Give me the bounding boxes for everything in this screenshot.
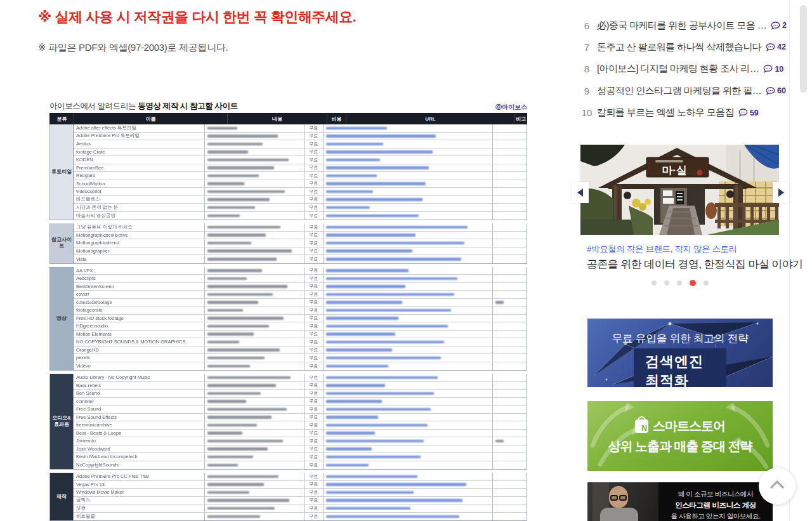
table-row: Redgiant무료 [74,172,527,180]
table-header-cell: 분류 [50,114,74,124]
comment-count: 2 [782,21,787,30]
comment-count: 59 [750,109,759,117]
table-header-cell: 이름 [74,114,227,124]
table-row: footagecrate무료 [74,307,527,315]
table-row: Bass rebels무료 [74,382,527,390]
table-row: Windows Movie Maker무료 [74,489,527,497]
carousel-dot-active[interactable] [690,280,696,286]
rank-number: 9 [580,86,594,96]
post-title: 必)중국 마케터를 위한 공부사이트 모음 … [597,20,766,32]
comment-icon [771,22,780,30]
file-format-note: ※ 파일은 PDF와 엑셀(97-2003)로 제공됩니다. [38,42,228,54]
table-row: Kevin MacLeod Incompetech무료 [74,453,527,461]
table-row: 샷컷무료 [74,505,527,513]
naver-shopping-bag-icon: N [635,419,648,433]
restaurant-photo-illustration: 마·실 [580,145,779,235]
table-row: Adobe after effects 튜토리얼무료 [74,124,527,133]
carousel-dot[interactable] [664,280,669,286]
popular-post-item[interactable]: 10칼퇴를 부르는 엑셀 노하우 모음집59 [580,105,759,121]
table-row: NO COPYRIGHT SOUNDS & MOTION GRAPHICS무료 [74,338,527,346]
triangle-left-icon [577,188,583,197]
table-category-cell: 참고사이트 [50,223,74,263]
rank-number: 8 [580,63,594,74]
carousel-dot[interactable] [704,280,709,286]
popular-post-item[interactable]: 6必)중국 마케터를 위한 공부사이트 모음 …2 [580,18,787,33]
table-row: Aedius무료 [74,140,527,148]
table-header-cell: 비용 [327,114,346,124]
table-row: KODEN무료 [74,156,527,164]
carousel-next-button[interactable] [773,182,790,203]
table-row: PremiumBee무료 [74,164,527,173]
carousel-prev-button[interactable] [572,182,589,203]
reference-sites-table-image: 아이보스에서 알려드리는 동영상 제작 시 참고할 사이트 ⓒ아이보스 분류이름… [49,100,527,521]
table-header-cell: 비고 [514,114,527,124]
table-row: HDgreenstudio무료 [74,322,527,331]
table-category-cell: 튜토리얼 [50,124,74,220]
ad-banner-seo[interactable]: 무료 유입을 위한 최고의 전략 검색엔진최적화 [587,319,773,387]
table-row: footage Crate무료 [74,148,527,157]
table-row: Videvo무료 [74,362,527,371]
banner-instagram-line1: 왜 이 소규모 비즈니스에서 [678,490,754,499]
table-section: 참고사이트그냥 유튜브 이렇게 하세요무료Motiongraphicscolle… [49,223,527,264]
content-right-divider [789,0,790,521]
table-row: videocopilot무료 [74,188,527,196]
rank-number: 10 [580,107,594,118]
chevron-up-icon [769,480,785,489]
popular-post-item[interactable]: 7돈주고 산 팔로워를 하나씩 삭제했습니다42 [580,39,786,55]
popular-post-item[interactable]: 9성공적인 인스타그램 마케팅을 위한 필…60 [580,83,786,98]
table-body: 튜토리얼Adobe after effects 튜토리얼무료Adobe Prem… [49,124,527,521]
table-row: ccmixter무료 [74,398,527,406]
table-row: OrangeHD무료 [74,346,527,355]
table-row: coverr무료 [74,291,527,299]
post-title: 성공적인 인스타그램 마케팅을 위한 필… [597,85,761,97]
svg-text:마·실: 마·실 [662,164,687,176]
comment-count: 60 [777,86,786,95]
banner-instagram-line2: 인스타그램 비즈니스 계정 [675,501,756,510]
table-row: AA VFX무료 [74,267,527,275]
carousel-dot[interactable] [652,280,657,286]
table-row: 비드블렉스무료 [74,196,527,204]
banner-seo-title-box: 검색엔진최적화 [634,348,726,387]
banner-smartstore-title: 스마트스토어 [653,418,725,435]
table-section: 영상AA VFX무료Aescripts무료BestGreenScreen무료co… [49,267,527,371]
table-row: BestGreenScreen무료 [74,283,527,291]
comment-icon [766,87,775,95]
scroll-to-top-button[interactable] [759,468,796,505]
banner-seo-subtitle: 무료 유입을 위한 최고의 전략 [587,331,773,346]
table-row: cutestockfootage무료 [74,299,527,307]
table-row: NoCopyrightSounds무료 [74,461,527,470]
comment-icon [766,43,775,51]
spokesman-photo [587,482,658,521]
table-row: Adobe Premiere Pro CC Free Trial무료 [74,473,527,481]
banner-instagram-line3: 을 사용하고 있는지 알아보세요. [671,512,760,521]
table-row: Audio Library - No Copyright Music무료 [74,374,527,382]
rank-number: 6 [580,20,594,31]
comment-count: 42 [777,43,786,51]
carousel-series-tag[interactable]: #박요철의 작은 브랜드, 작지 않은 스토리 [587,244,737,255]
table-row: 곰믹스무료 [74,497,527,505]
table-row: Motiongraphicstrend무료 [74,239,527,247]
copyright-warning-heading: ※ 실제 사용 시 저작권을 다시 한번 꼭 확인해주세요. [38,8,356,27]
carousel-pagination-dots [580,280,779,286]
carousel-post-title[interactable]: 공존을 위한 데이터 경영, 한정식집 마실 이야기 [587,257,802,272]
table-section: 오디오&효과음Audio Library - No Copyright Musi… [49,374,527,470]
post-title: [아이보스] 디지털 마케팅 현황 조사 리… [597,63,759,75]
table-header-row: 분류이름내용비용URL비고 [49,113,527,124]
comment-icon [763,65,773,73]
rank-number: 7 [580,42,594,53]
table-row: Ben Sound무료 [74,390,527,398]
table-header-cell: URL [346,114,514,124]
ad-banner-smartstore[interactable]: N 스마트스토어 상위 노출과 매출 증대 전략 [587,401,773,471]
table-row: SchoolMotion무료 [74,180,527,188]
table-row: Motionographer무료 [74,247,527,256]
carousel-image-masil-restaurant[interactable]: 마·실 [580,145,779,235]
table-image-title: 아이보스에서 알려드리는 동영상 제작 시 참고할 사이트 [49,101,238,112]
carousel-dot[interactable] [677,280,682,286]
table-row: Jamendo무료 [74,437,527,445]
browser-scrollbar-thumb[interactable] [800,5,807,93]
table-row: Free Sound무료 [74,406,527,414]
table-section: 제작Adobe Premiere Pro CC Free Trial무료Vega… [49,473,527,521]
ad-banner-instagram[interactable]: 왜 이 소규모 비즈니스에서 인스타그램 비즈니스 계정 을 사용하고 있는지 … [587,482,773,521]
popular-post-item[interactable]: 8[아이보스] 디지털 마케팅 현황 조사 리…10 [580,62,783,77]
table-category-cell: 오디오&효과음 [50,374,74,469]
